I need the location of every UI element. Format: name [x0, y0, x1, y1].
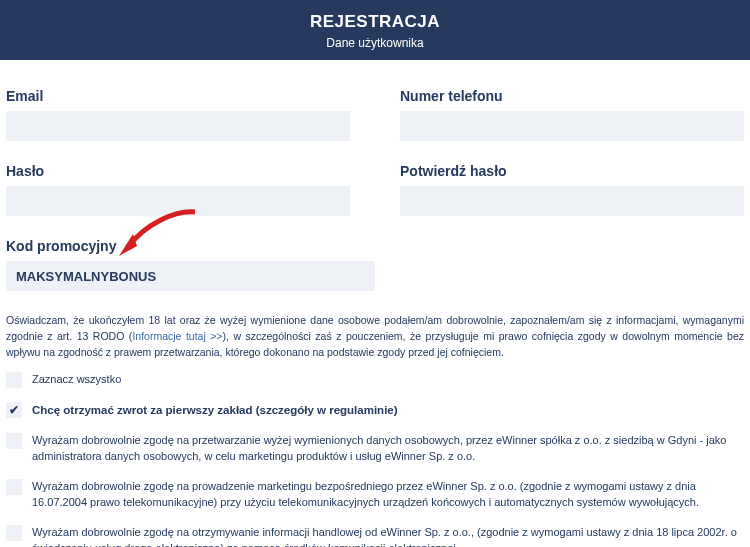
consent1-label: Wyrażam dobrowolnie zgodę na przetwarzan… [32, 433, 744, 465]
confirm-label: Potwierdź hasło [400, 163, 744, 179]
promo-label: Kod promocyjny [6, 238, 375, 254]
rodo-link[interactable]: Informacje tutaj >> [132, 330, 222, 342]
refund-checkbox[interactable] [6, 402, 22, 418]
email-label: Email [6, 88, 350, 104]
page-title: REJESTRACJA [0, 12, 750, 32]
refund-label: Chcę otrzymać zwrot za pierwszy zakład (… [32, 402, 398, 419]
select-all-checkbox[interactable] [6, 372, 22, 388]
page-header: REJESTRACJA Dane użytkownika [0, 0, 750, 60]
promo-code-field[interactable] [6, 261, 375, 291]
confirm-password-field[interactable] [400, 186, 744, 216]
password-label: Hasło [6, 163, 350, 179]
declaration-text: Oświadczam, że ukończyłem 18 lat oraz że… [6, 313, 744, 360]
select-all-label: Zaznacz wszystko [32, 372, 121, 388]
page-subtitle: Dane użytkownika [0, 36, 750, 50]
consent3-checkbox[interactable] [6, 525, 22, 541]
phone-field[interactable] [400, 111, 744, 141]
consent1-checkbox[interactable] [6, 433, 22, 449]
registration-form: Email Numer telefonu Hasło Potwierdź has… [0, 60, 750, 547]
password-field[interactable] [6, 186, 350, 216]
phone-label: Numer telefonu [400, 88, 744, 104]
consent2-checkbox[interactable] [6, 479, 22, 495]
consent3-label: Wyrażam dobrowolnie zgodę na otrzymywani… [32, 525, 744, 547]
consent2-label: Wyrażam dobrowolnie zgodę na prowadzenie… [32, 479, 744, 511]
email-field[interactable] [6, 111, 350, 141]
